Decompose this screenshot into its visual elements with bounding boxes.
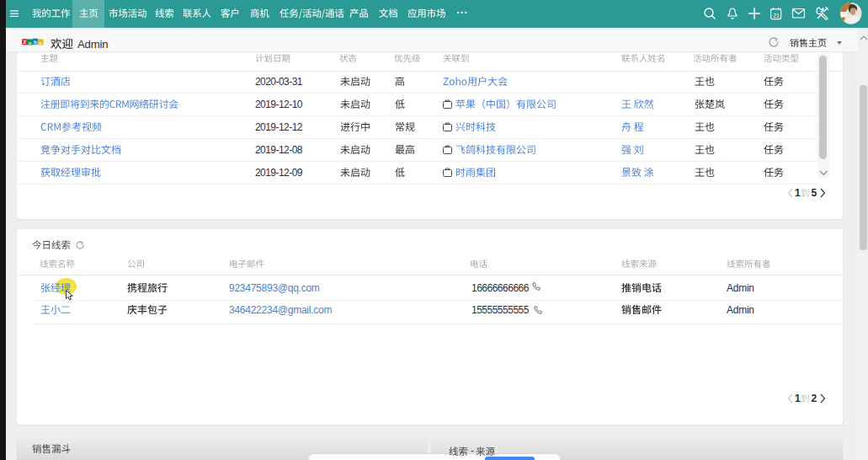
- svg-text:Z: Z: [24, 39, 27, 45]
- svg-text:21: 21: [773, 13, 780, 19]
- svg-text:h: h: [34, 39, 37, 45]
- svg-text:o: o: [29, 40, 32, 45]
- svg-text:o: o: [39, 40, 42, 45]
